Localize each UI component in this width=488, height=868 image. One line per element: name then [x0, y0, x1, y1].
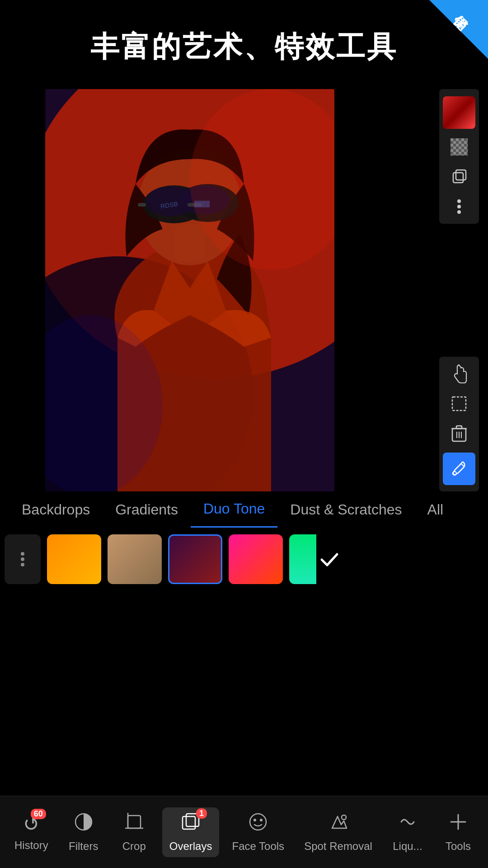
tab-dust-scratches[interactable]: Dust & Scratches [277, 491, 414, 528]
svg-point-18 [457, 205, 461, 208]
nav-overlays-label: Overlays [169, 840, 212, 853]
eyedropper-icon [451, 461, 467, 477]
color-swatch-button[interactable] [443, 96, 475, 129]
nav-history[interactable]: ↺ 60 History [7, 808, 56, 856]
photo-svg: RDSB ████ [45, 89, 334, 491]
swatch-checkmark [318, 548, 341, 571]
face-tools-icon [248, 812, 268, 836]
toolbar-top-panel [439, 89, 479, 224]
toolbar-bottom-panel [439, 357, 479, 491]
svg-point-30 [21, 557, 24, 561]
svg-point-41 [253, 819, 256, 821]
nav-overlays[interactable]: 1 Overlays [162, 807, 220, 857]
corner-badge-text: 促销 [465, 4, 480, 18]
overlay-tabs: Backdrops Gradients Duo Tone Dust & Scra… [0, 491, 488, 528]
selection-icon [450, 395, 468, 412]
nav-spot-removal[interactable]: Spot Removal [297, 807, 380, 857]
tab-backdrops[interactable]: Backdrops [9, 491, 103, 528]
tab-all[interactable]: All [415, 491, 456, 528]
svg-rect-33 [128, 816, 141, 828]
svg-rect-20 [452, 397, 466, 410]
spot-removal-icon [328, 812, 348, 836]
filters-icon [74, 812, 94, 836]
nav-tools-label: Tools [446, 840, 471, 853]
hand-tool-button[interactable] [443, 360, 475, 387]
svg-rect-16 [456, 170, 466, 180]
history-badge: 60 [31, 809, 46, 819]
page-title: 丰富的艺术、特效工具 [0, 0, 488, 89]
nav-crop-label: Crop [122, 840, 146, 853]
swatches-row [0, 528, 488, 591]
nav-tools[interactable]: Tools [436, 807, 481, 857]
svg-point-43 [342, 815, 346, 820]
swatch-green-teal[interactable] [289, 534, 316, 584]
checkerboard-button[interactable] [443, 133, 475, 160]
svg-point-17 [457, 199, 461, 203]
svg-point-19 [457, 210, 461, 214]
nav-filters-label: Filters [69, 840, 98, 853]
svg-rect-15 [453, 173, 463, 183]
crop-icon [124, 812, 144, 836]
svg-rect-23 [456, 426, 462, 429]
tools-icon [448, 812, 468, 836]
nav-liquify-label: Liqu... [393, 840, 422, 853]
svg-point-31 [21, 563, 24, 566]
history-icon: ↺ 60 [23, 812, 40, 835]
swatch-more-icon [20, 551, 25, 567]
more-options-button[interactable] [443, 193, 475, 220]
delete-icon [451, 425, 467, 442]
overlays-icon: 1 [181, 812, 201, 836]
more-icon [456, 198, 462, 215]
liquify-icon [398, 812, 418, 836]
nav-filters[interactable]: Filters [61, 807, 106, 857]
tab-gradients[interactable]: Gradients [103, 491, 191, 528]
nav-liquify[interactable]: Liqu... [385, 807, 430, 857]
swatch-options-button[interactable] [5, 534, 41, 584]
tab-duo-tone[interactable]: Duo Tone [191, 491, 277, 528]
nav-face-tools[interactable]: Face Tools [225, 807, 292, 857]
svg-rect-38 [183, 816, 195, 829]
overlays-badge: 1 [196, 808, 207, 819]
delete-button[interactable] [443, 420, 475, 447]
nav-face-tools-label: Face Tools [232, 840, 285, 853]
svg-point-29 [21, 552, 24, 556]
right-toolbar [439, 89, 479, 491]
nav-history-label: History [14, 839, 48, 852]
eyedropper-button[interactable] [443, 453, 475, 485]
duplicate-button[interactable] [443, 163, 475, 190]
svg-point-42 [260, 819, 263, 821]
swatch-hot-pink[interactable] [229, 534, 283, 584]
photo-background: RDSB ████ [45, 89, 334, 491]
duplicate-icon [450, 168, 468, 185]
checkerboard-icon [450, 138, 468, 156]
check-icon [318, 548, 341, 571]
selection-tool-button[interactable] [443, 390, 475, 417]
swatch-orange[interactable] [47, 534, 101, 584]
nav-crop[interactable]: Crop [112, 807, 157, 857]
canvas-area: RDSB ████ [45, 89, 479, 491]
svg-rect-10 [138, 203, 146, 207]
nav-spot-removal-label: Spot Removal [304, 840, 372, 853]
photo-container[interactable]: RDSB ████ [45, 89, 334, 491]
bottom-nav: ↺ 60 History Filters Crop [0, 796, 488, 868]
hand-icon [450, 364, 468, 384]
swatch-duotone-dark[interactable] [168, 534, 222, 584]
swatch-brown[interactable] [108, 534, 162, 584]
svg-point-40 [250, 814, 266, 830]
